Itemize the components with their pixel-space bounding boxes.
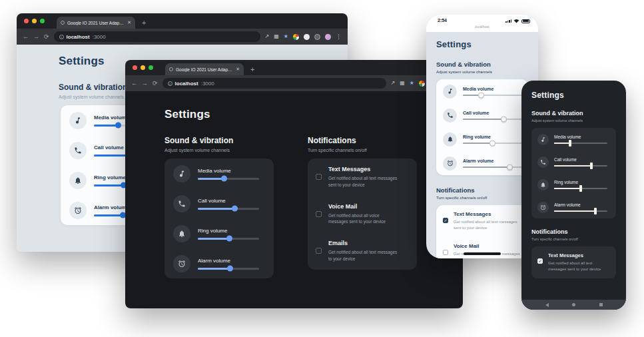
- ring-volume-slider[interactable]: [198, 238, 259, 240]
- minimize-window-button[interactable]: [32, 19, 37, 23]
- slider-thumb[interactable]: [590, 163, 593, 169]
- browser-menu-icon[interactable]: ⋮: [336, 33, 342, 40]
- notification-desc: Get notified about all text messages sen…: [454, 219, 521, 231]
- slider-thumb[interactable]: [489, 141, 495, 147]
- translate-icon[interactable]: ▦: [400, 81, 405, 86]
- notification-desc: Get notified about all text messages sen…: [328, 175, 398, 188]
- phone-icon: [443, 109, 457, 123]
- media-volume-slider[interactable]: [554, 143, 607, 144]
- slider-thumb[interactable]: [115, 123, 121, 129]
- new-tab-button[interactable]: +: [250, 65, 254, 73]
- slider-thumb[interactable]: [227, 266, 233, 272]
- ring-volume-row: Ring volume: [164, 218, 274, 248]
- zoom-window-button[interactable]: [40, 19, 45, 23]
- reload-icon[interactable]: ⟳: [153, 81, 158, 87]
- slider-thumb[interactable]: [569, 140, 571, 147]
- alarm-volume-slider[interactable]: [554, 210, 607, 212]
- sound-section-title: Sound & vibration: [436, 61, 528, 68]
- close-tab-icon[interactable]: ✕: [236, 67, 240, 72]
- bookmark-star-icon[interactable]: ★: [284, 34, 288, 39]
- slider-thumb[interactable]: [501, 117, 507, 123]
- android-home-icon[interactable]: [572, 303, 575, 306]
- close-window-button[interactable]: [133, 65, 137, 70]
- media-volume-row: Media volume: [164, 159, 274, 188]
- slider-thumb[interactable]: [579, 185, 582, 192]
- site-info-icon[interactable]: i: [168, 81, 172, 86]
- android-recents-icon[interactable]: [599, 303, 603, 306]
- notification-desc: Get notified about all voice messages se…: [328, 212, 398, 226]
- page-title: Settings: [164, 108, 463, 121]
- slider-thumb[interactable]: [232, 206, 238, 212]
- alarm-volume-slider[interactable]: [198, 268, 259, 270]
- address-bar[interactable]: i localhost:3000: [162, 78, 386, 89]
- sound-section-subtitle: Adjust system volume channels: [436, 70, 528, 74]
- extension-colorwheel-icon[interactable]: [293, 34, 299, 40]
- media-volume-slider[interactable]: [198, 178, 259, 180]
- text-messages-checkbox[interactable]: [316, 174, 322, 180]
- voice-mail-row: Voice Mail Get notified about all voice …: [436, 237, 528, 258]
- notification-title: Text Messages: [548, 252, 610, 258]
- phone-icon: [537, 157, 549, 168]
- media-volume-row: Media volume: [531, 128, 616, 151]
- voice-mail-checkbox[interactable]: [443, 250, 448, 255]
- browser-address[interactable]: localhost: [426, 25, 538, 29]
- settings-page-phone-dark: Settings Sound & vibration Adjust system…: [521, 81, 626, 278]
- new-tab-button[interactable]: +: [142, 19, 146, 27]
- ring-volume-slider[interactable]: [554, 188, 607, 189]
- media-volume-row: Media volume: [436, 79, 528, 103]
- call-volume-slider[interactable]: [463, 119, 524, 121]
- back-icon[interactable]: ←: [23, 34, 29, 40]
- notification-desc: Get notified about all text messages sen…: [548, 260, 610, 272]
- home-indicator[interactable]: [464, 252, 501, 255]
- minimize-window-button[interactable]: [141, 65, 145, 70]
- music-note-icon: [173, 165, 190, 182]
- notifications-column: Notifications Turn specific channels on/…: [308, 136, 417, 278]
- reload-icon[interactable]: ⟳: [44, 34, 49, 40]
- forward-icon[interactable]: →: [33, 34, 39, 40]
- phone-icon: [69, 142, 87, 159]
- ring-volume-label: Ring volume: [198, 228, 259, 234]
- text-messages-checkbox[interactable]: ✓: [443, 218, 448, 223]
- close-window-button[interactable]: [24, 19, 29, 23]
- alarm-volume-slider[interactable]: [463, 167, 524, 168]
- browser-tab[interactable]: Google IO 2021 User Adaptive ✕: [57, 17, 135, 29]
- voice-mail-checkbox[interactable]: [316, 211, 322, 217]
- extension-ghost-icon[interactable]: [304, 34, 310, 40]
- notification-title: Text Messages: [328, 166, 398, 172]
- browser-tab[interactable]: Google IO 2021 User Adaptive ✕: [165, 63, 244, 75]
- ring-volume-label: Ring volume: [463, 135, 524, 139]
- browser-toolbar: ← → ⟳ i localhost:3000 ↗ ▦ ★ ⋮: [17, 29, 348, 45]
- text-messages-checkbox[interactable]: ✓: [537, 258, 543, 264]
- window-controls: [24, 19, 45, 23]
- slider-thumb[interactable]: [594, 208, 597, 214]
- notification-desc: Get notified about all text messages to …: [328, 249, 398, 262]
- extension-colorwheel-icon[interactable]: [419, 81, 425, 87]
- bookmark-star-icon[interactable]: ★: [410, 81, 414, 86]
- android-back-icon[interactable]: [545, 303, 549, 307]
- back-icon[interactable]: ←: [131, 81, 137, 87]
- call-volume-slider[interactable]: [554, 165, 607, 167]
- slider-thumb[interactable]: [507, 165, 513, 170]
- extension-person-icon[interactable]: [314, 34, 320, 40]
- forward-icon[interactable]: →: [142, 81, 148, 87]
- address-bar[interactable]: i localhost:3000: [54, 31, 260, 42]
- tab-title: Google IO 2021 User Adaptive: [176, 67, 233, 72]
- share-icon[interactable]: ↗: [391, 81, 396, 86]
- slider-thumb[interactable]: [221, 176, 227, 182]
- tab-bar: Google IO 2021 User Adaptive ✕ +: [17, 13, 348, 29]
- slider-thumb[interactable]: [226, 236, 232, 242]
- ring-volume-slider[interactable]: [463, 143, 524, 145]
- call-volume-slider[interactable]: [198, 208, 259, 210]
- close-tab-icon[interactable]: ✕: [127, 20, 131, 25]
- media-volume-slider[interactable]: [463, 95, 524, 97]
- extension-gem-icon[interactable]: [325, 34, 331, 40]
- url-host: localhost: [175, 81, 198, 87]
- slider-thumb[interactable]: [478, 93, 484, 99]
- battery-icon: [521, 19, 530, 23]
- sound-section-subtitle: Adjust system volume channels: [531, 119, 616, 123]
- share-icon[interactable]: ↗: [265, 34, 270, 39]
- zoom-window-button[interactable]: [149, 65, 153, 70]
- emails-checkbox[interactable]: [316, 248, 322, 254]
- site-info-icon[interactable]: i: [59, 35, 64, 39]
- translate-icon[interactable]: ▦: [274, 34, 279, 39]
